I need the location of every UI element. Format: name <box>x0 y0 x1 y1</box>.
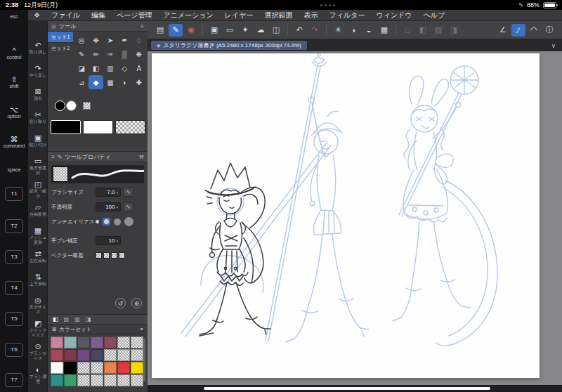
color-swatch-13[interactable] <box>131 349 143 361</box>
select-clear-icon[interactable]: ◨ <box>447 24 461 37</box>
register-settings-button[interactable]: ⊕ <box>131 298 142 308</box>
fill-tool[interactable]: ◧ <box>89 61 103 75</box>
palette-tab-1[interactable]: ▤ <box>64 316 70 322</box>
antialias-medium[interactable] <box>114 218 121 226</box>
color-swatch-16[interactable] <box>77 362 90 374</box>
pen-input-icon[interactable]: ✎ <box>169 24 183 37</box>
help-icon[interactable]: ⓘ <box>542 24 556 37</box>
airbrush-tool[interactable]: ▒ <box>117 47 131 61</box>
workspace-icon[interactable]: ▤ <box>153 24 167 37</box>
snap-icon[interactable]: ▣ <box>207 24 221 37</box>
command-flip-horizontal[interactable]: ⇄左右反転 <box>28 249 48 263</box>
zoom-tool[interactable]: ◎ <box>74 33 89 47</box>
color-swatch-12[interactable] <box>117 349 130 361</box>
color-swatch-22[interactable] <box>64 374 77 386</box>
blend-icon[interactable]: ◒ <box>362 24 376 37</box>
color-swatch-20[interactable] <box>131 362 143 374</box>
color-swatch-24[interactable] <box>91 374 103 386</box>
color-swatch-27[interactable] <box>131 374 143 386</box>
command-free-transform[interactable]: ▱自由変形 <box>28 203 48 217</box>
select-invert-icon[interactable]: ▨ <box>431 24 445 37</box>
command-cut[interactable]: ✂切り取り <box>28 110 48 124</box>
ruler-tool[interactable]: ⊿ <box>74 75 89 89</box>
menu-item-2[interactable]: ページ管理 <box>111 11 157 20</box>
command-scale-rotate[interactable]: ◰拡大・縮小 <box>28 180 48 198</box>
figure-tool[interactable]: ◇ <box>117 61 131 75</box>
palette-tab-0[interactable]: ◧ <box>53 316 58 322</box>
edge-key-T3[interactable]: T3 <box>5 250 23 264</box>
color-set-menu-icon[interactable]: ≡ <box>140 326 143 332</box>
swatch-scrollbar[interactable] <box>143 338 145 381</box>
palette-tab-3[interactable]: ◨ <box>86 316 91 322</box>
antialias-weak-selected[interactable] <box>103 218 110 226</box>
menu-item-3[interactable]: アニメーション <box>157 11 218 20</box>
color-swatch-14[interactable] <box>51 362 63 374</box>
color-swatch-7[interactable] <box>51 349 63 361</box>
edge-key-option[interactable]: ⌥option <box>0 105 28 119</box>
tone-icon[interactable]: ◑ <box>346 24 360 37</box>
edge-key-T1[interactable]: T1 <box>5 187 23 201</box>
menu-item-1[interactable]: 編集 <box>86 11 111 20</box>
color-swatch-0[interactable] <box>51 337 63 348</box>
balloon-tool[interactable]: ◗ <box>117 75 131 89</box>
edge-key-command[interactable]: ⌘command <box>0 135 28 149</box>
color-swatch-9[interactable] <box>77 349 90 361</box>
redo-icon[interactable]: ↷ <box>308 24 322 37</box>
decoration-tool[interactable]: ❋ <box>132 47 146 61</box>
color-swatch-10[interactable] <box>91 349 103 361</box>
edge-key-T2[interactable]: T2 <box>5 219 23 233</box>
brush-size-field[interactable]: 7.0 ▾ <box>96 188 121 197</box>
edge-key-esc[interactable]: esc <box>0 14 28 20</box>
palette-tab-2[interactable]: ▥ <box>74 316 80 322</box>
menu-item-5[interactable]: 選択範囲 <box>259 11 298 20</box>
color-swatch-18[interactable] <box>104 362 117 374</box>
text-tool[interactable]: A <box>132 61 146 75</box>
color-swatch-1[interactable] <box>64 337 77 348</box>
opacity-dynamics-button[interactable]: ∿ <box>123 202 133 211</box>
edge-key-T4[interactable]: T4 <box>5 281 23 295</box>
color-swatch-15[interactable] <box>64 362 77 374</box>
color-swatch-21[interactable] <box>51 374 63 386</box>
main-color-circle[interactable] <box>55 100 65 111</box>
command-clear[interactable]: ⊠消去 <box>28 87 48 101</box>
ruler-icon[interactable]: ∠ <box>496 24 510 37</box>
command-quick-mask[interactable]: ◩クイックマスク <box>28 319 48 337</box>
edge-key-T7[interactable]: T7 <box>5 373 23 387</box>
menu-item-6[interactable]: 表示 <box>298 11 323 20</box>
color-swatch-6[interactable] <box>131 337 143 348</box>
edge-key-space[interactable]: space <box>0 167 28 173</box>
command-brush-size[interactable]: ⊙ブラシサイズ <box>28 342 48 360</box>
transparent-color-chip[interactable] <box>83 102 91 110</box>
undo-icon[interactable]: ↶ <box>292 24 306 37</box>
command-rect-select[interactable]: ▭長方形選択 <box>28 157 48 175</box>
stabilize-field[interactable]: 10 ▾ <box>96 236 121 245</box>
command-brush-density[interactable]: ◐ブラシ濃度 <box>28 365 48 384</box>
wand-icon[interactable]: ✦ <box>238 24 252 37</box>
edge-key-control[interactable]: ^control <box>0 46 28 60</box>
brush-tool[interactable]: ✑ <box>103 47 117 61</box>
command-flip-vertical[interactable]: ⇅上下反転 <box>28 273 48 287</box>
color-swatch-23[interactable] <box>77 374 90 386</box>
tool-set-tab-1[interactable]: セット1 <box>48 32 73 43</box>
select-add-icon[interactable]: □ <box>400 24 414 37</box>
menu-item-0[interactable]: ファイル <box>46 11 86 20</box>
curve-icon[interactable]: ◠ <box>527 24 541 37</box>
move-tool[interactable]: ✥ <box>89 33 103 47</box>
edge-key-shift[interactable]: ⇧shift <box>0 75 28 89</box>
opacity-field[interactable]: 100 ▾ <box>96 202 121 211</box>
eraser-tool[interactable]: ◪ <box>74 61 89 75</box>
canvas-page[interactable] <box>152 53 540 378</box>
antialias-strong[interactable] <box>124 217 133 226</box>
correction-tool[interactable]: ✚ <box>132 75 146 89</box>
sub-color-bar[interactable] <box>83 120 113 134</box>
cloud-sync-icon[interactable]: ☁ <box>254 24 268 37</box>
color-swatch-2[interactable] <box>77 337 90 348</box>
menu-item-8[interactable]: ウィンドウ <box>370 11 417 20</box>
command-undo[interactable]: ↶取り消し <box>28 41 48 55</box>
sub-color-circle[interactable] <box>66 100 77 111</box>
command-mesh-transform[interactable]: ▦メッシュ変形 <box>28 226 48 244</box>
edge-key-T5[interactable]: T5 <box>5 312 23 326</box>
color-swatch-3[interactable] <box>91 337 103 348</box>
color-swatch-19[interactable] <box>117 362 130 374</box>
material-icon[interactable]: ✳ <box>331 24 345 37</box>
